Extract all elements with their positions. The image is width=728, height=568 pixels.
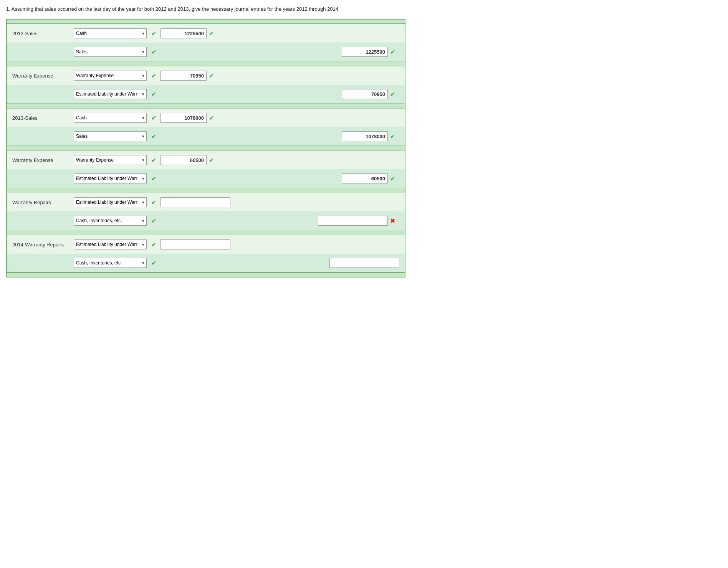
- check-icon-green: ✔: [150, 30, 157, 37]
- credit-wrap: ✖: [318, 216, 399, 226]
- table-row-sub: Sales Cash Warranty Expense Estimated Li…: [7, 127, 405, 145]
- credit-wrap: 60500 ✔: [342, 173, 399, 183]
- credit-wrap: [329, 258, 399, 268]
- debit-wrap: 1225500 ✔: [160, 28, 218, 38]
- debit-wrap: [160, 197, 230, 207]
- account-select-wrap[interactable]: Cash Sales Warranty Expense Estimated Li…: [74, 113, 147, 123]
- account-select-wrap-eluw[interactable]: Estimated Liability under Warr Cash Sale…: [74, 89, 147, 99]
- check-icon-green: ✔: [150, 156, 157, 164]
- debit-input-2014wr[interactable]: [163, 242, 228, 248]
- check-icon-green-debit: ✔: [207, 72, 215, 79]
- debit-amount-2013s: 1078000: [160, 113, 207, 123]
- account-select-wrap-cash-inv[interactable]: Cash, Inventories, etc. Cash Sales Warra…: [74, 216, 147, 226]
- group-warranty-2012: Warranty Expense Warranty Expense Cash S…: [7, 66, 405, 103]
- account-select-eluw-2012[interactable]: Estimated Liability under Warr Cash Sale…: [74, 89, 147, 99]
- account-select-sales-2012s[interactable]: Sales Cash Warranty Expense Estimated Li…: [74, 47, 147, 57]
- account-select-wrap-cash-inv-2014[interactable]: Cash, Inventories, etc. Cash Sales Warra…: [74, 258, 147, 268]
- table-row: Warranty Expense Warranty Expense Cash S…: [7, 151, 405, 169]
- table-row-sub: Cash, Inventories, etc. Cash Sales Warra…: [7, 211, 405, 230]
- check-icon-green-debit: ✔: [207, 114, 215, 122]
- check-icon-green: ✔: [150, 198, 157, 206]
- row-label-warranty-2012: Warranty Expense: [12, 73, 74, 79]
- credit-amount-2012s: 1225500: [342, 47, 388, 57]
- check-icon-green: ✔: [150, 175, 157, 182]
- check-icon-green-debit: ✔: [207, 156, 215, 164]
- account-select-sales-2013s[interactable]: Sales Cash Warranty Expense Estimated Li…: [74, 131, 147, 141]
- account-select-wrap[interactable]: Estimated Liability under Warr Cash Sale…: [74, 197, 147, 207]
- group-2012-sales: 2012-Sales Cash Sales Warranty Expense E…: [7, 24, 405, 61]
- divider: [7, 61, 405, 66]
- group-warranty-repairs: Warranty Repairs Estimated Liability und…: [7, 193, 405, 230]
- check-icon-green: ✔: [150, 72, 157, 79]
- check-icon-green: ✔: [150, 114, 157, 122]
- account-select-eluw-2014[interactable]: Estimated Liability under Warr Cash Sale…: [74, 239, 147, 249]
- check-icon-green-credit: ✔: [389, 48, 396, 56]
- credit-amount-2013s: 1078000: [342, 131, 388, 141]
- account-select-eluw-2013[interactable]: Estimated Liability under Warr Cash Sale…: [74, 173, 147, 183]
- debit-wrap: 60500 ✔: [160, 155, 218, 165]
- check-icon-green: ✔: [150, 90, 157, 98]
- debit-input-wr[interactable]: [163, 200, 228, 205]
- credit-input-2014wr[interactable]: [332, 260, 397, 266]
- account-select-we-2012[interactable]: Warranty Expense Cash Sales Estimated Li…: [74, 71, 147, 81]
- group-2014-warranty-repairs: 2014-Warranty Repairs Estimated Liabilit…: [7, 235, 405, 272]
- account-select-cashinv-2014[interactable]: Cash, Inventories, etc. Cash Sales Warra…: [74, 258, 147, 268]
- credit-wrap: 70950 ✔: [342, 89, 399, 99]
- credit-amount-wr[interactable]: [318, 216, 388, 226]
- debit-amount-2014wr[interactable]: [160, 239, 230, 249]
- table-row-sub: Sales Cash Warranty Expense Estimated Li…: [7, 43, 405, 61]
- debit-wrap: [160, 239, 230, 249]
- journal-container: 2012-Sales Cash Sales Warranty Expense E…: [6, 19, 405, 277]
- check-icon-green-credit: ✔: [389, 175, 396, 182]
- row-label-warranty-2013: Warranty Expense: [12, 157, 74, 163]
- debit-amount-we2012: 70950: [160, 71, 207, 81]
- debit-wrap: 1078000 ✔: [160, 113, 218, 123]
- debit-wrap: 70950 ✔: [160, 71, 218, 81]
- row-label-2014-warranty-repairs: 2014-Warranty Repairs: [12, 242, 74, 248]
- check-icon-green-debit: ✔: [207, 30, 215, 37]
- top-bar: [7, 20, 405, 24]
- credit-input-wr[interactable]: [321, 218, 385, 224]
- group-warranty-2013: Warranty Expense Warranty Expense Cash S…: [7, 151, 405, 188]
- credit-wrap: 1225500 ✔: [342, 47, 399, 57]
- divider: [7, 188, 405, 193]
- credit-amount-2014wr[interactable]: [329, 258, 399, 268]
- check-icon-green: ✔: [150, 132, 157, 140]
- account-select-cash-2013s[interactable]: Cash Sales Warranty Expense Estimated Li…: [74, 113, 147, 123]
- account-select-wrap-eluw[interactable]: Estimated Liability under Warr Cash Sale…: [74, 173, 147, 183]
- table-row-sub: Cash, Inventories, etc. Cash Sales Warra…: [7, 254, 405, 272]
- credit-amount-we2012: 70950: [342, 89, 388, 99]
- table-row-sub: Estimated Liability under Warr Cash Sale…: [7, 169, 405, 188]
- divider: [7, 145, 405, 151]
- account-select-we-2013[interactable]: Warranty Expense Cash Sales Estimated Li…: [74, 155, 147, 165]
- debit-amount-wr[interactable]: [160, 197, 230, 207]
- instruction-text: 1. Assuming that sales occurred on the l…: [6, 6, 722, 12]
- divider: [7, 230, 405, 235]
- row-label-warranty-repairs: Warranty Repairs: [12, 200, 74, 205]
- check-icon-green: ✔: [150, 217, 157, 225]
- group-2013-sales: 2013-Sales Cash Sales Warranty Expense E…: [7, 109, 405, 145]
- row-label-2012-sales: 2012-Sales: [12, 31, 74, 36]
- table-row: 2014-Warranty Repairs Estimated Liabilit…: [7, 235, 405, 254]
- check-icon-red-credit: ✖: [389, 217, 396, 225]
- debit-amount-2012s: 1225500: [160, 28, 207, 38]
- account-select-wrap-sales[interactable]: Sales Cash Warranty Expense Estimated Li…: [74, 47, 147, 57]
- account-select-cashinv-wr[interactable]: Cash, Inventories, etc. Cash Sales Warra…: [74, 216, 147, 226]
- row-label-2013-sales: 2013-Sales: [12, 115, 74, 121]
- account-select-wrap[interactable]: Warranty Expense Cash Sales Estimated Li…: [74, 71, 147, 81]
- check-icon-green: ✔: [150, 241, 157, 248]
- account-select-wrap[interactable]: Warranty Expense Cash Sales Estimated Li…: [74, 155, 147, 165]
- account-select-cash-2012s[interactable]: Cash Sales Warranty Expense Estimated Li…: [74, 28, 147, 38]
- table-row: Warranty Expense Warranty Expense Cash S…: [7, 66, 405, 85]
- account-select-wrap[interactable]: Cash Sales Warranty Expense Estimated Li…: [74, 28, 147, 38]
- table-row-sub: Estimated Liability under Warr Cash Sale…: [7, 85, 405, 103]
- table-row: 2012-Sales Cash Sales Warranty Expense E…: [7, 24, 405, 43]
- check-icon-green: ✔: [150, 48, 157, 56]
- bottom-bar: [7, 272, 405, 277]
- account-select-eluw-wr[interactable]: Estimated Liability under Warr Cash Sale…: [74, 197, 147, 207]
- account-select-wrap[interactable]: Estimated Liability under Warr Cash Sale…: [74, 239, 147, 249]
- credit-wrap: 1078000 ✔: [342, 131, 399, 141]
- account-select-wrap-sales[interactable]: Sales Cash Warranty Expense Estimated Li…: [74, 131, 147, 141]
- debit-amount-we2013: 60500: [160, 155, 207, 165]
- check-icon-green-credit: ✔: [389, 132, 396, 140]
